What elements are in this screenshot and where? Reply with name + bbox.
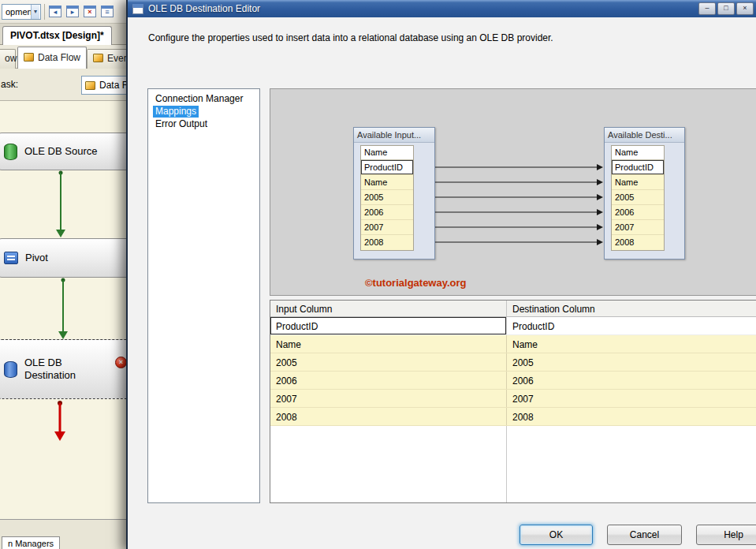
package-icon [93, 54, 103, 62]
input-column-cell[interactable]: 2005 [270, 353, 507, 371]
input-grid-header: Name [361, 146, 413, 160]
mapping-line[interactable] [435, 164, 603, 170]
dialog-icon [132, 4, 143, 14]
input-column-cell[interactable]: 2008 [270, 408, 507, 425]
mapping-line[interactable] [435, 239, 603, 245]
tab-control-flow[interactable]: ow [0, 49, 16, 69]
input-column-row[interactable]: 2008 [361, 235, 413, 250]
validation-error-icon[interactable]: × [115, 357, 127, 368]
tab-connection-managers[interactable]: n Managers [2, 536, 60, 549]
tab-label: ow [5, 53, 17, 64]
header-input-column: Input Column [270, 301, 507, 316]
icon-glyph: × [85, 9, 95, 16]
dialog-description: Configure the properties used to insert … [148, 32, 732, 43]
nav-item-mappings[interactable]: Mappings [148, 105, 259, 118]
icon-glyph: ◂ [50, 9, 60, 16]
mapping-line[interactable] [435, 194, 603, 200]
input-columns-grid: Name ProductID Name 2005 2006 2007 2008 [360, 145, 414, 251]
destination-column-cell[interactable]: 2008 [507, 408, 756, 425]
nav-item-label: Mappings [153, 106, 199, 118]
properties-window-icon[interactable]: ≡ [101, 6, 114, 17]
available-destination-columns-box[interactable]: Available Desti... Name ProductID Name 2… [604, 127, 685, 260]
input-column-cell[interactable]: ProductID [270, 317, 507, 334]
input-column-row[interactable]: 2006 [361, 205, 413, 220]
table-row: 2008 2008 [270, 408, 756, 426]
flow-box-label: OLE DB Source [24, 145, 98, 158]
navigate-window-icon[interactable]: ◂ [49, 6, 61, 17]
task-label: ask: [1, 79, 18, 90]
destination-columns-grid: Name ProductID Name 2005 2006 2007 2008 [611, 145, 665, 251]
input-column-row[interactable]: 2005 [361, 190, 413, 205]
destination-column-cell[interactable]: ProductID [507, 317, 756, 334]
mappings-designer-panel: Available Input... Name ProductID Name 2… [270, 88, 756, 296]
pivot-icon [4, 252, 18, 264]
flow-box-ole-db-destination[interactable]: OLE DB Destination [0, 339, 137, 399]
package-icon [24, 53, 34, 62]
mappings-table-header: Input Column Destination Column [270, 301, 756, 317]
flow-box-ole-db-source[interactable]: OLE DB Source [0, 133, 137, 170]
destination-column-cell[interactable]: 2006 [507, 372, 756, 389]
dialog-title: OLE DB Destination Editor [148, 3, 260, 14]
nav-item-label: Connection Manager [153, 93, 245, 105]
flow-box-label: OLE DB Destination [24, 357, 94, 383]
table-row: ProductID ProductID [270, 317, 756, 335]
watermark-text: ©tutorialgateway.org [365, 277, 467, 289]
mapping-line[interactable] [435, 179, 603, 185]
destination-column-row[interactable]: 2007 [612, 220, 664, 235]
tab-pivot-dtsx-design[interactable]: PIVOT.dtsx [Design]* [2, 26, 112, 45]
dialog-titlebar[interactable]: OLE DB Destination Editor – □ × [128, 0, 756, 17]
input-column-row[interactable]: ProductID [361, 160, 413, 175]
tab-label: Data Flow [38, 52, 80, 63]
ok-button[interactable]: OK [520, 525, 593, 545]
available-input-columns-title: Available Input... [354, 128, 434, 143]
error-output-arrow-destination[interactable] [54, 401, 65, 441]
destination-column-row[interactable]: 2006 [612, 205, 664, 220]
close-button[interactable]: × [736, 2, 754, 15]
mapping-connector-lines [435, 127, 604, 253]
help-button[interactable]: Help [696, 525, 756, 545]
destination-column-cell[interactable]: 2005 [507, 353, 756, 371]
destination-column-cell[interactable]: Name [507, 335, 756, 353]
delete-window-icon[interactable]: × [84, 6, 96, 17]
available-input-columns-box[interactable]: Available Input... Name ProductID Name 2… [353, 127, 435, 260]
nav-item-connection-manager[interactable]: Connection Manager [148, 92, 259, 105]
maximize-button[interactable]: □ [717, 2, 735, 15]
configuration-combobox[interactable]: opment ▾ [2, 4, 41, 20]
input-column-row[interactable]: Name [361, 175, 413, 190]
destination-grid-header: Name [612, 146, 664, 160]
table-row: 2007 2007 [270, 390, 756, 408]
available-destination-columns-title: Available Desti... [605, 128, 684, 143]
tab-data-flow[interactable]: Data Flow [17, 47, 87, 69]
minimize-button[interactable]: – [698, 2, 716, 15]
mappings-table: Input Column Destination Column ProductI… [270, 300, 756, 503]
editor-nav-list: Connection Manager Mappings Error Output [147, 88, 260, 503]
destination-column-row[interactable]: 2008 [612, 235, 664, 250]
icon-glyph: ▸ [68, 9, 77, 16]
flow-box-pivot[interactable]: Pivot [0, 238, 137, 278]
input-column-cell[interactable]: 2006 [270, 372, 507, 389]
destination-column-row[interactable]: Name [612, 175, 664, 190]
destination-column-row[interactable]: ProductID [612, 160, 664, 175]
nav-item-error-output[interactable]: Error Output [148, 118, 259, 130]
precedence-arrow-pivot-to-destination[interactable] [58, 278, 68, 340]
destination-column-cell[interactable]: 2007 [507, 390, 756, 407]
table-row: Name Name [270, 335, 756, 353]
ole-db-destination-icon [4, 361, 17, 378]
mapping-line[interactable] [435, 224, 603, 230]
input-column-cell[interactable]: 2007 [270, 390, 507, 407]
mapping-line[interactable] [435, 209, 603, 215]
chevron-down-icon[interactable]: ▾ [31, 5, 39, 19]
nav-item-label: Error Output [153, 118, 210, 130]
cancel-button[interactable]: Cancel [607, 525, 682, 545]
input-column-cell[interactable]: Name [270, 335, 507, 353]
ole-db-destination-editor-dialog: OLE DB Destination Editor – □ × Configur… [126, 0, 756, 549]
table-row: 2005 2005 [270, 353, 756, 372]
window-buttons: – □ × [698, 2, 754, 15]
destination-column-row[interactable]: 2005 [612, 190, 664, 205]
table-row: 2006 2006 [270, 372, 756, 390]
input-column-row[interactable]: 2007 [361, 220, 413, 235]
package-icon [85, 81, 95, 90]
window-layout-icon[interactable]: ▸ [66, 6, 79, 17]
precedence-arrow-source-to-pivot[interactable] [56, 171, 65, 238]
header-destination-column: Destination Column [507, 301, 756, 316]
